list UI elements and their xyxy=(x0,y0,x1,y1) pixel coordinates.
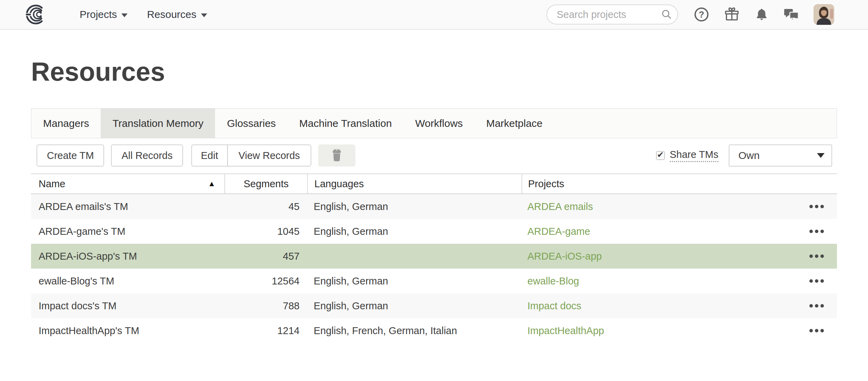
help-icon[interactable]: ? xyxy=(694,7,709,22)
row-actions-button[interactable] xyxy=(809,226,824,237)
project-link[interactable]: ewalle-Blog xyxy=(527,275,579,287)
tm-name: ARDEA-iOS-app's TM xyxy=(31,244,224,269)
view-records-button[interactable]: View Records xyxy=(227,145,311,166)
tm-languages: English, German xyxy=(307,194,522,219)
project-link[interactable]: ARDEA-game xyxy=(527,226,590,237)
tm-segments: 457 xyxy=(224,244,307,269)
row-actions-button[interactable] xyxy=(809,276,824,286)
nav-resources-label: Resources xyxy=(147,9,196,20)
resources-tabs: Managers Translation Memory Glossaries M… xyxy=(31,108,837,138)
tab-glossaries[interactable]: Glossaries xyxy=(215,109,287,138)
tab-machine-translation[interactable]: Machine Translation xyxy=(287,109,403,138)
tm-toolbar: Create TM All Records Edit View Records … xyxy=(37,144,837,167)
records-button-group: Edit View Records xyxy=(191,144,311,167)
gift-icon[interactable] xyxy=(724,6,740,23)
tm-languages: English, German xyxy=(307,219,522,244)
search-input[interactable] xyxy=(546,4,678,24)
table-row[interactable]: ARDEA-game's TM 1045 English, German ARD… xyxy=(31,219,837,244)
topbar-right: ? xyxy=(546,4,834,25)
svg-text:?: ? xyxy=(699,10,704,19)
delete-tm-button[interactable] xyxy=(318,144,355,167)
nav-projects[interactable]: Projects xyxy=(80,9,128,20)
nav-projects-label: Projects xyxy=(80,9,117,20)
tm-segments: 1214 xyxy=(224,318,307,343)
table-row[interactable]: ewalle-Blog's TM 12564 English, German e… xyxy=(31,269,837,293)
project-link[interactable]: ImpactHealthApp xyxy=(527,325,604,337)
row-actions-button[interactable] xyxy=(809,201,824,212)
share-tms-label[interactable]: Share TMs xyxy=(670,149,718,162)
project-search xyxy=(546,4,678,24)
column-header-segments[interactable]: Segments xyxy=(224,174,307,193)
tm-segments: 45 xyxy=(224,194,307,219)
tm-name: ImpactHealthApp's TM xyxy=(31,318,224,343)
row-actions-button[interactable] xyxy=(809,325,824,336)
tm-scope-select[interactable]: Own xyxy=(729,144,832,167)
messages-icon[interactable] xyxy=(783,7,799,22)
trash-icon xyxy=(330,147,344,164)
tm-languages xyxy=(307,244,522,269)
tm-name: ewalle-Blog's TM xyxy=(31,269,224,293)
project-link[interactable]: Impact docs xyxy=(527,300,581,312)
toolbar-right: ✔ Share TMs Own xyxy=(656,144,837,167)
project-link[interactable]: ARDEA-iOS-app xyxy=(527,251,602,262)
tab-translation-memory[interactable]: Translation Memory xyxy=(101,109,215,138)
main-content: Resources Managers Translation Memory Gl… xyxy=(31,57,837,343)
all-records-button[interactable]: All Records xyxy=(111,144,183,167)
page-title: Resources xyxy=(31,57,837,87)
nav-resources[interactable]: Resources xyxy=(147,9,207,20)
table-row-selected[interactable]: ARDEA-iOS-app's TM 457 ARDEA-iOS-app xyxy=(31,244,837,269)
tm-segments: 12564 xyxy=(224,269,307,293)
tm-segments: 1045 xyxy=(224,219,307,244)
app-logo-icon[interactable] xyxy=(25,4,46,25)
column-header-projects[interactable]: Projects xyxy=(522,174,837,193)
checkmark-icon: ✔ xyxy=(657,151,664,159)
create-tm-button[interactable]: Create TM xyxy=(37,144,104,167)
table-row[interactable]: ImpactHealthApp's TM 1214 English, Frenc… xyxy=(31,318,837,343)
tm-table: Name ▲ Segments Languages Projects ARDEA… xyxy=(31,173,837,343)
tm-name: ARDEA emails's TM xyxy=(31,194,224,219)
user-avatar[interactable] xyxy=(814,4,834,25)
topbar: Projects Resources ? xyxy=(0,0,868,30)
table-row[interactable]: ARDEA emails's TM 45 English, German ARD… xyxy=(31,194,837,219)
column-header-languages[interactable]: Languages xyxy=(307,174,522,193)
chevron-down-icon xyxy=(121,13,128,17)
tm-languages: English, French, German, Italian xyxy=(307,318,522,343)
select-caret-icon xyxy=(817,153,825,158)
tab-marketplace[interactable]: Marketplace xyxy=(474,109,554,138)
project-link[interactable]: ARDEA emails xyxy=(527,201,593,212)
tm-segments: 788 xyxy=(224,293,307,318)
tm-name: ARDEA-game's TM xyxy=(31,219,224,244)
notifications-icon[interactable] xyxy=(754,7,769,22)
chevron-down-icon xyxy=(201,13,207,17)
tm-name: Impact docs's TM xyxy=(31,293,224,318)
tab-managers[interactable]: Managers xyxy=(31,109,101,138)
table-row[interactable]: Impact docs's TM 788 English, German Imp… xyxy=(31,293,837,318)
tm-languages: English, German xyxy=(307,293,522,318)
tm-table-header: Name ▲ Segments Languages Projects xyxy=(31,173,837,194)
edit-button[interactable]: Edit xyxy=(192,145,227,166)
column-header-name[interactable]: Name ▲ xyxy=(31,174,224,193)
tm-languages: English, German xyxy=(307,269,522,293)
sort-asc-icon: ▲ xyxy=(208,179,215,188)
share-tms-checkbox[interactable]: ✔ xyxy=(656,151,665,160)
row-actions-button[interactable] xyxy=(809,301,824,311)
tab-workflows[interactable]: Workflows xyxy=(404,109,475,138)
main-nav: Projects Resources xyxy=(80,9,207,20)
row-actions-button[interactable] xyxy=(809,251,824,261)
search-icon xyxy=(661,9,673,22)
tm-scope-value: Own xyxy=(738,150,760,161)
